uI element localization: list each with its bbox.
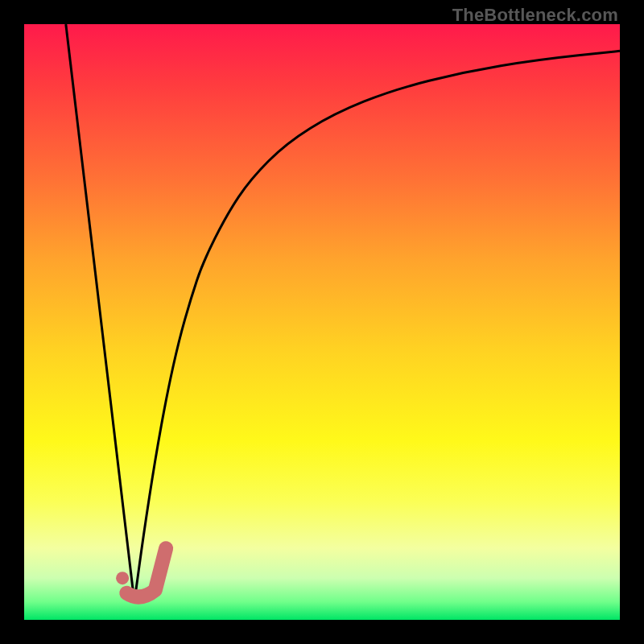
curve-left: [66, 24, 134, 602]
plot-area: [24, 24, 620, 620]
curve-right: [134, 51, 620, 602]
curve-layer: [24, 24, 620, 620]
marker-dot: [116, 572, 129, 584]
j-marker: [126, 548, 166, 597]
chart-frame: TheBottleneck.com: [0, 0, 644, 644]
watermark-text: TheBottleneck.com: [452, 5, 618, 26]
